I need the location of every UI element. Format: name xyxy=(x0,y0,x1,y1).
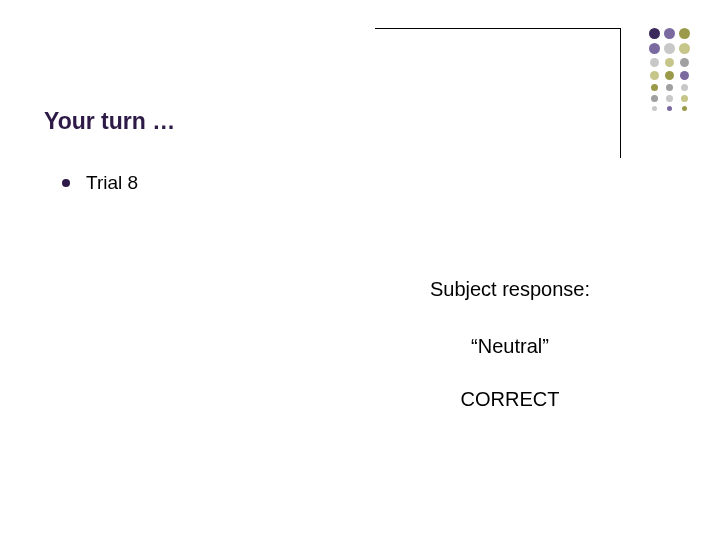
deco-col xyxy=(664,28,675,111)
slide-title: Your turn … xyxy=(44,108,175,135)
response-value: “Neutral” xyxy=(300,335,720,358)
bullet-label: Trial 8 xyxy=(86,172,138,194)
dot-icon xyxy=(667,106,672,111)
bullet-icon xyxy=(62,179,70,187)
decorative-dot-grid xyxy=(649,28,690,111)
horizontal-rule xyxy=(375,28,620,29)
dot-icon xyxy=(664,28,675,39)
dot-icon xyxy=(649,43,660,54)
dot-icon xyxy=(665,58,674,67)
dot-icon xyxy=(652,106,657,111)
dot-icon xyxy=(651,84,658,91)
bullet-item: Trial 8 xyxy=(62,172,138,194)
dot-icon xyxy=(679,28,690,39)
dot-icon xyxy=(666,84,673,91)
dot-icon xyxy=(680,71,689,80)
slide: Your turn … Trial 8 Subject response: “N… xyxy=(0,0,720,540)
dot-icon xyxy=(681,95,688,102)
response-label: Subject response: xyxy=(300,278,720,301)
dot-icon xyxy=(665,71,674,80)
dot-icon xyxy=(681,84,688,91)
deco-col xyxy=(679,28,690,111)
dot-icon xyxy=(666,95,673,102)
dot-icon xyxy=(679,43,690,54)
response-block: Subject response: “Neutral” CORRECT xyxy=(0,278,720,411)
dot-icon xyxy=(649,28,660,39)
dot-icon xyxy=(680,58,689,67)
response-result: CORRECT xyxy=(300,388,720,411)
deco-col xyxy=(649,28,660,111)
dot-icon xyxy=(651,95,658,102)
dot-icon xyxy=(650,58,659,67)
dot-icon xyxy=(650,71,659,80)
vertical-rule xyxy=(620,28,621,158)
dot-icon xyxy=(682,106,687,111)
dot-icon xyxy=(664,43,675,54)
